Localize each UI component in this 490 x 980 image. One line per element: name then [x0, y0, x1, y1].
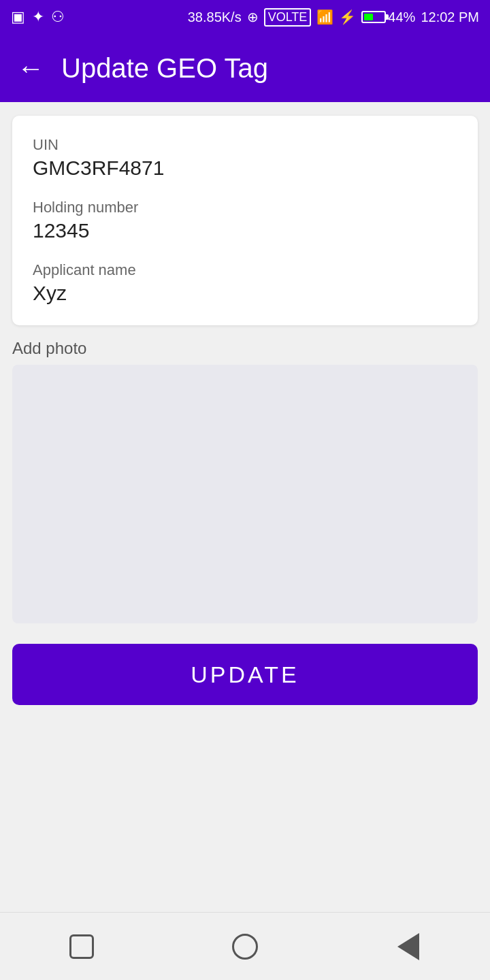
main-content: UIN GMC3RF4871 Holding number 12345 Appl…	[0, 102, 490, 912]
applicant-name-value: Xyz	[33, 282, 457, 305]
clock: 12:02 PM	[421, 10, 479, 25]
network-label: VOLTE	[264, 8, 312, 27]
holding-number-label: Holding number	[33, 199, 457, 216]
nav-square-button[interactable]	[58, 923, 105, 970]
update-button[interactable]: UPDATE	[12, 644, 478, 705]
photo-area[interactable]	[12, 365, 478, 623]
usb-icon: ⚇	[51, 8, 65, 26]
uin-value: GMC3RF4871	[33, 157, 457, 180]
bottom-nav	[0, 912, 490, 980]
battery-icon	[361, 11, 386, 23]
add-photo-label: Add photo	[12, 339, 478, 358]
nav-back-button[interactable]	[385, 923, 432, 970]
back-button[interactable]: ←	[14, 51, 48, 85]
signal-icon: 📶	[316, 9, 333, 25]
sim-icon: ▣	[11, 8, 25, 26]
status-left: ▣ ✦ ⚇	[11, 8, 65, 26]
charging-icon: ⚡	[339, 9, 356, 25]
battery-container: 44%	[361, 10, 415, 25]
back-triangle-icon	[397, 933, 419, 960]
app-bar: ← Update GEO Tag	[0, 34, 490, 102]
status-bar: ▣ ✦ ⚇ 38.85K/s ⊕ VOLTE 📶 ⚡ 44% 12:02 PM	[0, 0, 490, 34]
battery-fill	[364, 14, 372, 20]
uin-field: UIN GMC3RF4871	[33, 136, 457, 180]
applicant-name-field: Applicant name Xyz	[33, 261, 457, 305]
bluetooth-icon: ✦	[32, 8, 44, 26]
info-card: UIN GMC3RF4871 Holding number 12345 Appl…	[12, 116, 478, 325]
square-icon	[69, 934, 94, 959]
speed-indicator: 38.85K/s	[188, 10, 242, 25]
page-title: Update GEO Tag	[61, 53, 268, 84]
add-photo-section: Add photo	[12, 339, 478, 623]
holding-number-value: 12345	[33, 219, 457, 242]
uin-label: UIN	[33, 136, 457, 154]
nav-home-button[interactable]	[221, 923, 269, 970]
location-icon: ⊕	[247, 9, 259, 25]
battery-percent: 44%	[388, 10, 415, 25]
applicant-name-label: Applicant name	[33, 261, 457, 279]
status-right: 38.85K/s ⊕ VOLTE 📶 ⚡ 44% 12:02 PM	[188, 8, 479, 27]
holding-number-field: Holding number 12345	[33, 199, 457, 242]
circle-icon	[232, 934, 258, 960]
